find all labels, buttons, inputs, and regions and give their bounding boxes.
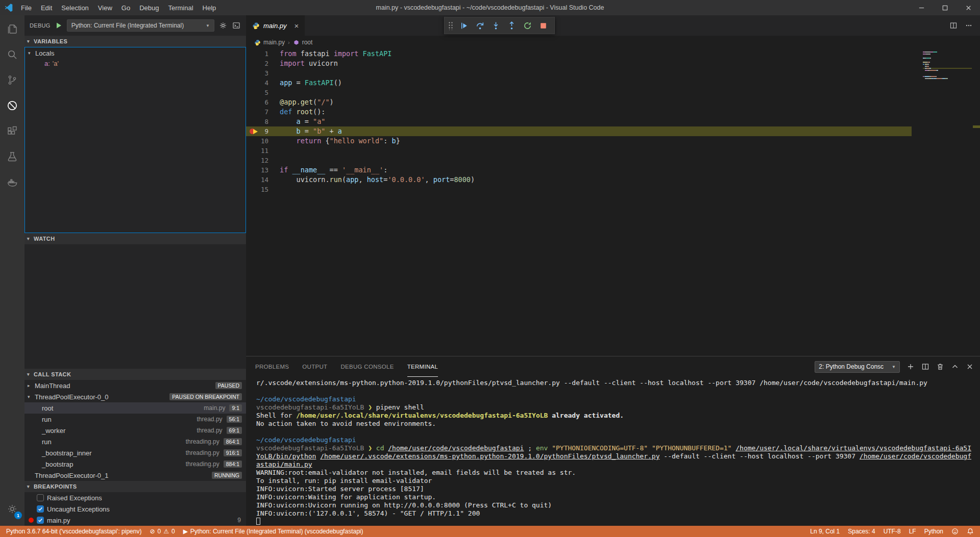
more-actions-icon[interactable] <box>965 21 973 30</box>
indentation-status[interactable]: Spaces: 4 <box>844 526 879 537</box>
line-number-10[interactable]: 10 <box>246 136 280 146</box>
code-line-8[interactable]: 8 a = "a" <box>246 117 912 126</box>
callstack-thread-threadpoolexecutor-0_0[interactable]: ▾ThreadPoolExecutor-0_0PAUSED ON BREAKPO… <box>24 391 246 402</box>
code-line-10[interactable]: 10 return {"hello world": b} <box>246 136 912 146</box>
line-number-6[interactable]: 6 <box>246 97 280 107</box>
cursor-position-status[interactable]: Ln 9, Col 1 <box>806 526 844 537</box>
menu-debug[interactable]: Debug <box>135 0 163 15</box>
checkbox[interactable] <box>37 517 44 524</box>
eol-status[interactable]: LF <box>905 526 920 537</box>
step-out-button[interactable] <box>504 18 519 33</box>
section-header-variables[interactable]: ▾ VARIABLES <box>24 36 246 47</box>
twistie-icon[interactable]: ▾ <box>28 50 31 56</box>
code-line-4[interactable]: 4app = FastAPI() <box>246 78 912 88</box>
terminal-instance-dropdown[interactable]: 2: Python Debug Consc ▼ <box>815 361 900 373</box>
test-icon[interactable] <box>0 144 24 169</box>
menu-terminal[interactable]: Terminal <box>163 0 198 15</box>
code-editor[interactable]: 1from fastapi import FastAPI2import uvic… <box>246 49 980 356</box>
breakpoint-uncaught-exceptions[interactable]: Uncaught Exceptions <box>24 503 246 515</box>
panel-tab-problems[interactable]: PROBLEMS <box>255 356 289 377</box>
section-header-watch[interactable]: ▾ WATCH <box>24 233 246 244</box>
minimize-button[interactable] <box>910 0 933 15</box>
callstack-frame-run[interactable]: runthread.py56:1 <box>24 414 246 425</box>
code-line-1[interactable]: 1from fastapi import FastAPI <box>246 49 912 59</box>
line-number-1[interactable]: 1 <box>246 49 280 59</box>
twistie-icon[interactable]: ▸ <box>28 383 30 388</box>
open-debug-console-icon[interactable] <box>232 21 241 30</box>
breakpoint-raised-exceptions[interactable]: Raised Exceptions <box>24 492 246 503</box>
breadcrumb-symbol[interactable]: root <box>293 39 313 46</box>
line-number-13[interactable]: 13 <box>246 165 280 175</box>
docker-icon[interactable] <box>0 169 24 195</box>
code-line-3[interactable]: 3 <box>246 68 912 78</box>
maximize-panel-icon[interactable] <box>951 363 959 371</box>
menu-view[interactable]: View <box>93 0 117 15</box>
line-number-5[interactable]: 5 <box>246 88 280 97</box>
search-icon[interactable] <box>0 42 24 67</box>
line-number-14[interactable]: 14 <box>246 175 280 185</box>
step-over-button[interactable] <box>473 18 487 33</box>
debug-settings-gear-icon[interactable] <box>218 21 228 30</box>
close-button[interactable] <box>957 0 980 15</box>
callstack-frame-_bootstrap_inner[interactable]: _bootstrap_innerthreading.py916:1 <box>24 447 246 458</box>
callstack-frame-root[interactable]: rootmain.py9:1 <box>24 402 246 414</box>
code-line-2[interactable]: 2import uvicorn <box>246 59 912 68</box>
panel-tab-debug-console[interactable]: DEBUG CONSOLE <box>340 356 394 377</box>
checkbox[interactable] <box>37 494 44 501</box>
line-number-15[interactable]: 15 <box>246 185 280 194</box>
debug-configuration-dropdown[interactable]: Python: Current File (Integrated Termina… <box>67 19 214 32</box>
line-number-2[interactable]: 2 <box>246 59 280 68</box>
split-terminal-icon[interactable] <box>921 363 929 371</box>
tab-main-py[interactable]: main.py × <box>246 15 305 36</box>
callstack-frame-run[interactable]: runthreading.py864:1 <box>24 436 246 447</box>
section-header-call-stack[interactable]: ▾ CALL STACK <box>24 369 246 380</box>
debug-config-status[interactable]: ▶ Python: Current File (Integrated Termi… <box>179 526 368 537</box>
step-into-button[interactable] <box>488 18 503 33</box>
terminal[interactable]: r/.vscode/extensions/ms-python.python-20… <box>246 377 980 526</box>
line-number-12[interactable]: 12 <box>246 156 280 165</box>
code-line-15[interactable]: 15 <box>246 185 912 194</box>
restart-button[interactable] <box>520 18 535 33</box>
section-header-breakpoints[interactable]: ▾ BREAKPOINTS <box>24 481 246 492</box>
line-number-3[interactable]: 3 <box>246 68 280 78</box>
line-number-8[interactable]: 8 <box>246 117 280 126</box>
drag-handle[interactable] <box>448 21 453 30</box>
callstack-thread-mainthread[interactable]: ▸MainThreadPAUSED <box>24 380 246 391</box>
notifications-bell-icon[interactable] <box>963 526 978 537</box>
menu-selection[interactable]: Selection <box>57 0 93 15</box>
callstack-frame-_bootstrap[interactable]: _bootstrapthreading.py884:1 <box>24 458 246 470</box>
code-line-5[interactable]: 5 <box>246 88 912 97</box>
code-line-7[interactable]: 7def root(): <box>246 107 912 117</box>
watch-panel[interactable] <box>24 244 246 369</box>
callstack-thread-threadpoolexecutor-0_1[interactable]: ThreadPoolExecutor-0_1RUNNING <box>24 470 246 481</box>
panel-tab-terminal[interactable]: TERMINAL <box>407 356 438 377</box>
source-control-icon[interactable] <box>0 67 24 93</box>
line-number-11[interactable]: 11 <box>246 146 280 156</box>
encoding-status[interactable]: UTF-8 <box>879 526 905 537</box>
menu-file[interactable]: File <box>16 0 36 15</box>
language-mode-status[interactable]: Python <box>920 526 947 537</box>
explorer-icon[interactable] <box>0 16 24 42</box>
checkbox[interactable] <box>37 505 44 513</box>
code-line-6[interactable]: 6@app.get("/") <box>246 97 912 107</box>
code-line-11[interactable]: 11 <box>246 146 912 156</box>
new-terminal-icon[interactable] <box>906 363 915 371</box>
twistie-icon[interactable]: ▾ <box>28 394 30 399</box>
callstack-frame-_worker[interactable]: _workerthread.py69:1 <box>24 425 246 436</box>
menu-go[interactable]: Go <box>117 0 135 15</box>
scope-locals[interactable]: ▾ Locals <box>25 47 246 59</box>
python-interpreter-status[interactable]: Python 3.6.7 64-bit ('vscodedebugfastapi… <box>2 526 145 537</box>
menu-edit[interactable]: Edit <box>36 0 57 15</box>
panel-tab-output[interactable]: OUTPUT <box>302 356 327 377</box>
tab-close-icon[interactable]: × <box>295 22 299 30</box>
settings-gear-icon[interactable]: 1 <box>0 496 24 522</box>
close-panel-icon[interactable] <box>966 363 974 371</box>
breadcrumb-file[interactable]: main.py <box>254 39 285 46</box>
debug-icon[interactable] <box>0 93 24 118</box>
feedback-smiley-icon[interactable] <box>947 526 963 537</box>
split-editor-icon[interactable] <box>949 21 958 30</box>
code-line-9[interactable]: 9 b = "b" + a <box>246 126 912 136</box>
problems-status[interactable]: ⊘ 0 ⚠ 0 <box>145 526 179 537</box>
start-debug-button[interactable] <box>55 21 63 30</box>
code-line-14[interactable]: 14 uvicorn.run(app, host='0.0.0.0', port… <box>246 175 912 185</box>
